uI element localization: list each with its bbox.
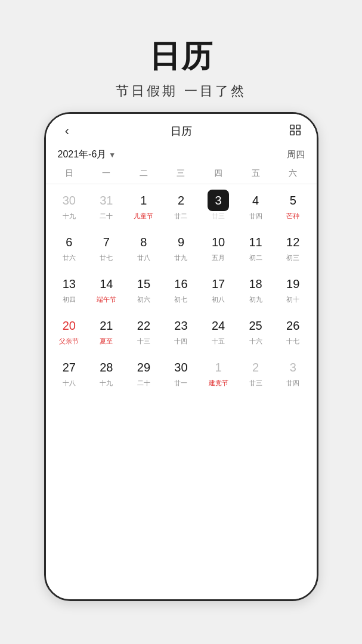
calendar-day[interactable]: 16初七 [162, 268, 200, 309]
calendar-day[interactable]: 3廿四 [274, 351, 312, 393]
calendar-day[interactable]: 7廿七 [88, 226, 125, 268]
svg-rect-2 [290, 131, 293, 135]
calendar-day[interactable]: 1建党节 [200, 351, 237, 393]
calendar-day[interactable]: 5芒种 [274, 184, 312, 226]
calendar-day[interactable]: 21夏至 [88, 309, 125, 351]
weekday-header: 五 [237, 166, 274, 181]
back-button[interactable]: ‹ [58, 123, 77, 139]
calendar-grid-icon [289, 123, 302, 137]
calendar-day[interactable]: 6廿六 [51, 226, 88, 268]
calendar-day[interactable]: 22十三 [125, 309, 163, 351]
month-selector-row: 2021年-6月 ▼ 周四 [46, 144, 317, 163]
phone-mockup: ‹ 日历 2021年-6月 ▼ 周四 日一二三四五六 30十九31二十1儿童节2… [44, 112, 318, 601]
calendar-day[interactable]: 29二十 [125, 351, 163, 393]
calendar-day[interactable]: 27十八 [51, 351, 88, 393]
weekday-header: 日 [51, 166, 88, 181]
calendar-day[interactable]: 4廿四 [237, 184, 274, 226]
calendar-day[interactable]: 28十九 [88, 351, 125, 393]
weekday-header: 六 [274, 166, 312, 181]
calendar-day[interactable]: 23十四 [162, 309, 200, 351]
phone-inner: ‹ 日历 2021年-6月 ▼ 周四 日一二三四五六 30十九31二十1儿童节2… [46, 114, 317, 599]
weekday-header: 四 [200, 166, 237, 181]
calendar-day[interactable]: 3廿三 [200, 184, 237, 226]
month-selector[interactable]: 2021年-6月 ▼ [58, 148, 116, 161]
calendar-day[interactable]: 14端午节 [88, 268, 125, 309]
calendar-day[interactable]: 11初二 [237, 226, 274, 268]
calendar-day[interactable]: 31二十 [88, 184, 125, 226]
calendar-day[interactable]: 30廿一 [162, 351, 200, 393]
calendar-day[interactable]: 26十七 [274, 309, 312, 351]
calendar-day[interactable]: 20父亲节 [51, 309, 88, 351]
weekday-header: 一 [88, 166, 125, 181]
page-subtitle: 节日假期 一目了然 [116, 82, 246, 100]
calendar-day[interactable]: 12初三 [274, 226, 312, 268]
calendar-view-button[interactable] [286, 123, 305, 139]
calendar-day[interactable]: 2廿二 [162, 184, 200, 226]
weekdays-row: 日一二三四五六 [46, 163, 317, 184]
calendar-grid: 30十九31二十1儿童节2廿二3廿三4廿四5芒种6廿六7廿七8廿八9廿九10五月… [46, 184, 317, 393]
calendar-day[interactable]: 15初六 [125, 268, 163, 309]
page-title: 日历 [116, 36, 246, 78]
month-label: 2021年-6月 [58, 148, 107, 161]
svg-rect-0 [290, 125, 293, 129]
calendar-day[interactable]: 9廿九 [162, 226, 200, 268]
calendar-day[interactable]: 17初八 [200, 268, 237, 309]
calendar-day[interactable]: 2廿三 [237, 351, 274, 393]
app-header: ‹ 日历 [46, 114, 317, 144]
calendar-day[interactable]: 30十九 [51, 184, 88, 226]
svg-rect-1 [296, 125, 299, 129]
weekday-header: 二 [125, 166, 163, 181]
calendar-day[interactable]: 24十五 [200, 309, 237, 351]
current-weekday: 周四 [287, 149, 305, 160]
calendar-day[interactable]: 8廿八 [125, 226, 163, 268]
header-title: 日历 [171, 124, 192, 138]
weekday-header: 三 [162, 166, 200, 181]
calendar-day[interactable]: 10五月 [200, 226, 237, 268]
calendar-day[interactable]: 1儿童节 [125, 184, 163, 226]
calendar-day[interactable]: 19初十 [274, 268, 312, 309]
svg-rect-3 [296, 131, 299, 135]
dropdown-arrow-icon: ▼ [109, 151, 116, 159]
calendar-day[interactable]: 13初四 [51, 268, 88, 309]
calendar-day[interactable]: 18初九 [237, 268, 274, 309]
page-header: 日历 节日假期 一目了然 [116, 0, 246, 100]
calendar-day[interactable]: 25十六 [237, 309, 274, 351]
